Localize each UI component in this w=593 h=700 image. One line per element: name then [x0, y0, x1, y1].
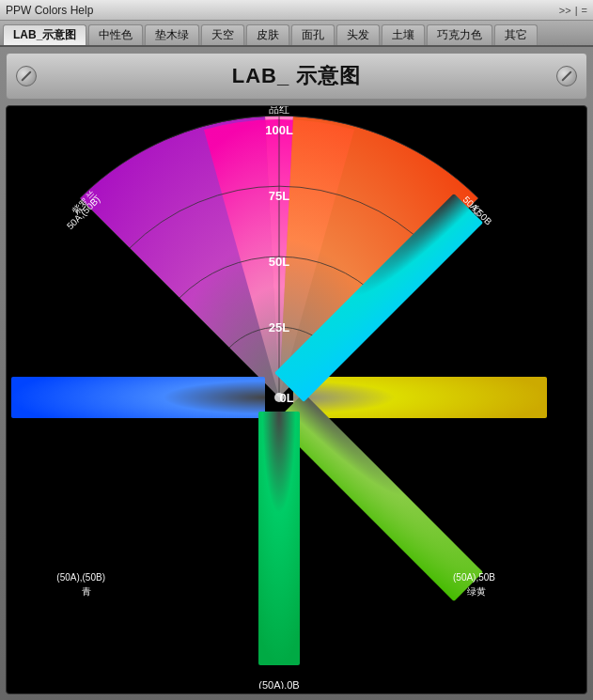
tab-中性色[interactable]: 中性色: [88, 24, 143, 45]
svg-text:青: 青: [82, 586, 91, 597]
title-bar-controls: >> | =: [559, 5, 587, 16]
svg-text:(50A),50B: (50A),50B: [453, 572, 495, 583]
svg-text:绿黄: 绿黄: [467, 586, 486, 597]
separator: |: [575, 5, 578, 16]
header-bar: LAB_ 示意图: [6, 53, 587, 100]
header-title: LAB_ 示意图: [232, 62, 362, 90]
svg-text:(50A),(50B): (50A),(50B): [56, 572, 105, 583]
svg-text:(50A),0B: (50A),0B: [258, 679, 299, 689]
svg-text:75L: 75L: [269, 189, 289, 203]
tab-面孔[interactable]: 面孔: [291, 24, 335, 45]
tab-头发[interactable]: 头发: [336, 24, 380, 45]
tab-皮肤[interactable]: 皮肤: [246, 24, 289, 45]
maximize-button[interactable]: >>: [559, 5, 571, 16]
diagram-area: 100L 75L 50L 25L 0L 50A,0B 品红 50A,(50B) …: [6, 105, 587, 694]
tab-土壤[interactable]: 土壤: [382, 24, 425, 45]
svg-text:50L: 50L: [269, 255, 289, 269]
close-button[interactable]: =: [582, 5, 587, 16]
lab-diagram: 100L 75L 50L 25L 0L 50A,0B 品红 50A,(50B) …: [7, 106, 552, 689]
title-bar: PPW Colors Help >> | =: [0, 0, 593, 21]
tab-其它[interactable]: 其它: [494, 24, 538, 45]
svg-rect-7: [258, 412, 300, 665]
main-panel: LAB_ 示意图: [0, 47, 593, 700]
tab-LAB_示意图[interactable]: LAB_示意图: [3, 24, 86, 45]
tab-巧克力色[interactable]: 巧克力色: [427, 24, 492, 45]
svg-rect-4: [293, 377, 547, 418]
tab-天空[interactable]: 天空: [201, 24, 244, 45]
tab-bar: LAB_示意图中性色垫木绿天空皮肤面孔头发土壤巧克力色其它: [0, 21, 593, 47]
svg-rect-6: [274, 393, 483, 601]
svg-text:品红: 品红: [269, 106, 289, 115]
tab-垫木绿[interactable]: 垫木绿: [145, 24, 199, 45]
title-bar-text: PPW Colors Help: [6, 4, 559, 17]
svg-text:25L: 25L: [269, 320, 289, 334]
svg-rect-5: [11, 377, 265, 418]
svg-text:0L: 0L: [279, 391, 293, 405]
screw-left: [16, 66, 37, 86]
screw-right: [556, 66, 577, 86]
svg-text:100L: 100L: [265, 123, 293, 137]
